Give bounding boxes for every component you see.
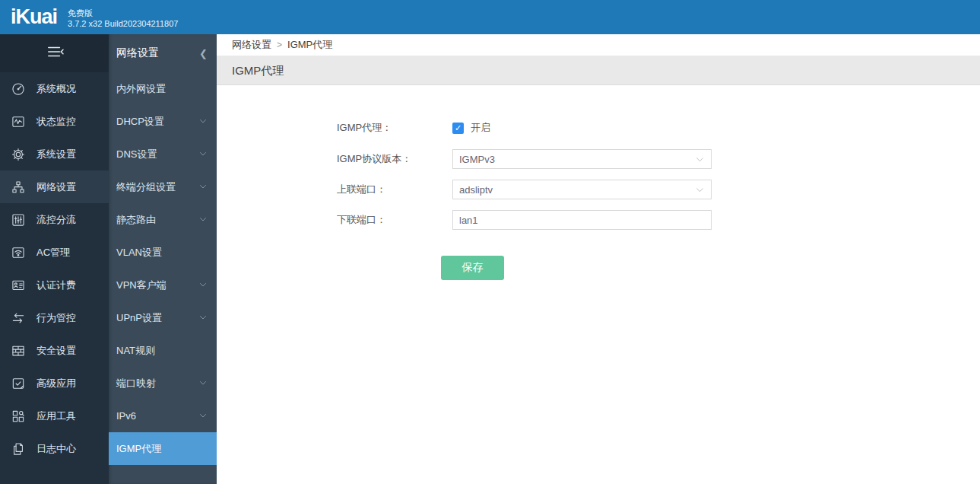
submenu-item-upnp[interactable]: UPnP设置 — [109, 301, 217, 334]
submenu-item-label: VPN客户端 — [116, 279, 167, 292]
submenu-item-wan-lan-settings[interactable]: 内外网设置 — [109, 72, 217, 105]
breadcrumb-separator: > — [277, 40, 282, 50]
submenu-item-dns[interactable]: DNS设置 — [109, 138, 217, 170]
sidebar-item-label: 网络设置 — [36, 180, 76, 194]
igmp-version-value: IGMPv3 — [459, 154, 495, 165]
sidebar-item-app-tools[interactable]: 应用工具 — [0, 400, 109, 432]
sidebar-item-label: 高级应用 — [36, 377, 76, 390]
save-button[interactable]: 保存 — [441, 256, 504, 280]
submenu-item-label: IGMP代理 — [116, 442, 161, 456]
chevron-down-icon — [198, 115, 208, 129]
window-check-icon — [11, 376, 26, 391]
ikuai-logo: iKuai — [11, 5, 57, 29]
submenu-title: 网络设置 — [116, 46, 159, 60]
submenu-item-vlan[interactable]: VLAN设置 — [109, 236, 217, 269]
form-area: IGMP代理： ✓ 开启 IGMP协议版本： IGMPv3 上联端口： adsl… — [217, 85, 980, 484]
sidebar-item-label: 安全设置 — [36, 344, 76, 358]
submenu-item-label: DHCP设置 — [116, 115, 164, 129]
sidebar-item-label: 流控分流 — [36, 213, 76, 227]
submenu-item-label: UPnP设置 — [116, 311, 162, 325]
hamburger-icon — [43, 43, 66, 63]
igmp-proxy-label: IGMP代理： — [337, 118, 392, 138]
submenu-item-label: VLAN设置 — [116, 246, 162, 260]
grid-wrench-icon — [11, 409, 26, 424]
chevron-down-icon — [695, 185, 705, 195]
sidebar-item-label: 应用工具 — [36, 409, 76, 423]
sidebar-item-advanced-apps[interactable]: 高级应用 — [0, 367, 109, 400]
igmp-version-label: IGMP协议版本： — [337, 149, 411, 169]
sidebar-item-status-monitor[interactable]: 状态监控 — [0, 105, 109, 138]
submenu-item-label: IPv6 — [116, 410, 136, 422]
chevron-down-icon — [198, 409, 208, 423]
monitor-icon — [11, 114, 26, 129]
uplink-port-select[interactable]: adsliptv — [452, 180, 712, 199]
submenu-item-vpn-client[interactable]: VPN客户端 — [109, 269, 217, 301]
sidebar-item-system-overview[interactable]: 系统概况 — [0, 72, 109, 105]
sidebar-item-system-settings[interactable]: 系统设置 — [0, 138, 109, 170]
submenu-item-label: 终端分组设置 — [116, 180, 176, 194]
main-sidebar: 系统概况 状态监控 系统设置 网络设置 流控分流 AC管理 认证计费 行为管控 … — [0, 34, 109, 484]
sidebar-item-label: 行为管控 — [36, 311, 76, 325]
chevron-down-icon — [695, 154, 705, 164]
sidebar-collapse-button[interactable] — [0, 34, 109, 72]
version-block: 免费版 3.7.2 x32 Build202304211807 — [68, 6, 178, 29]
top-bar: iKuai 免费版 3.7.2 x32 Build202304211807 — [0, 0, 980, 34]
sidebar-item-auth-billing[interactable]: 认证计费 — [0, 269, 109, 301]
submenu-item-dhcp[interactable]: DHCP设置 — [109, 105, 217, 138]
submenu-header-network-settings[interactable]: 网络设置 ❮ — [109, 34, 217, 72]
sidebar-item-security-settings[interactable]: 安全设置 — [0, 334, 109, 367]
submenu-item-terminal-group[interactable]: 终端分组设置 — [109, 170, 217, 203]
chevron-down-icon — [198, 311, 208, 325]
submenu-item-port-mapping[interactable]: 端口映射 — [109, 367, 217, 400]
submenu-item-label: 静态路由 — [116, 213, 156, 227]
sidebar-item-flow-control[interactable]: 流控分流 — [0, 203, 109, 236]
sidebar-item-label: AC管理 — [36, 246, 70, 260]
submenu-item-label: 内外网设置 — [116, 82, 166, 96]
id-card-icon — [11, 278, 26, 293]
sidebar-item-label: 系统设置 — [36, 148, 76, 161]
sidebar-item-behavior-control[interactable]: 行为管控 — [0, 301, 109, 334]
brick-wall-icon — [11, 343, 26, 358]
submenu-item-label: NAT规则 — [116, 344, 155, 358]
sidebar-item-label: 状态监控 — [36, 115, 76, 129]
sliders-icon — [11, 212, 26, 228]
submenu-item-nat-rules[interactable]: NAT规则 — [109, 334, 217, 367]
documents-icon — [11, 441, 26, 457]
wifi-icon — [11, 245, 26, 260]
downlink-port-input[interactable] — [452, 210, 712, 230]
gear-icon — [11, 147, 26, 162]
sidebar-item-log-center[interactable]: 日志中心 — [0, 432, 109, 465]
chevron-left-icon: ❮ — [199, 48, 208, 59]
chevron-down-icon — [198, 180, 208, 194]
submenu-item-label: DNS设置 — [116, 148, 157, 161]
submenu-item-label: 端口映射 — [116, 377, 156, 390]
submenu-item-ipv6[interactable]: IPv6 — [109, 400, 217, 432]
sidebar-item-label: 认证计费 — [36, 279, 76, 292]
enable-label: 开启 — [471, 121, 490, 135]
downlink-port-label: 下联端口： — [337, 210, 386, 230]
sidebar-item-ac-management[interactable]: AC管理 — [0, 236, 109, 269]
chevron-down-icon — [198, 213, 208, 227]
edition-label: 免费版 — [68, 8, 178, 18]
gauge-icon — [11, 81, 26, 97]
submenu-item-static-route[interactable]: 静态路由 — [109, 203, 217, 236]
sidebar-item-label: 日志中心 — [36, 442, 76, 456]
chevron-down-icon — [198, 377, 208, 390]
page-title: IGMP代理 — [217, 56, 980, 85]
uplink-port-label: 上联端口： — [337, 180, 386, 199]
main-content: 网络设置 > IGMP代理 IGMP代理 IGMP代理： ✓ 开启 IGMP协议… — [217, 34, 980, 484]
submenu-item-igmp-proxy[interactable]: IGMP代理 — [109, 432, 217, 465]
network-icon — [11, 180, 26, 195]
igmp-version-select[interactable]: IGMPv3 — [452, 149, 712, 169]
uplink-port-value: adsliptv — [459, 184, 493, 196]
breadcrumb-current: IGMP代理 — [287, 38, 332, 52]
submenu-panel: 网络设置 ❮ 内外网设置 DHCP设置 DNS设置 终端分组设置 静态路由 VL… — [109, 34, 217, 484]
breadcrumb-parent[interactable]: 网络设置 — [232, 38, 271, 52]
build-version: 3.7.2 x32 Build202304211807 — [68, 18, 178, 29]
chevron-down-icon — [198, 148, 208, 161]
swap-arrows-icon — [11, 310, 26, 326]
breadcrumb: 网络设置 > IGMP代理 — [217, 34, 980, 56]
sidebar-item-label: 系统概况 — [36, 82, 76, 96]
igmp-enable-checkbox[interactable]: ✓ — [452, 123, 464, 134]
sidebar-item-network-settings[interactable]: 网络设置 — [0, 170, 109, 203]
